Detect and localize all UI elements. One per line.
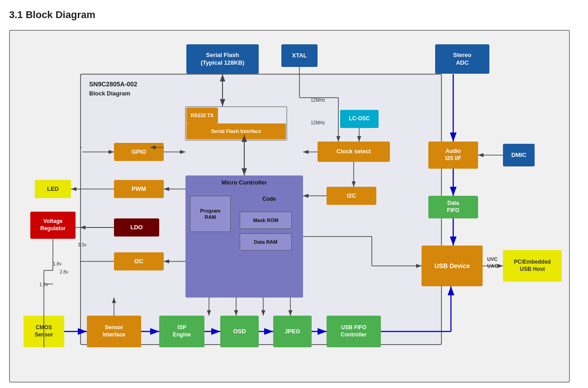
ldo-block: LDO (114, 218, 159, 237)
serial-flash-block: Serial Flash(Typical 128KB) (186, 44, 259, 74)
v28-label: 2.8v (60, 270, 68, 274)
jpeg-block: JPEG (273, 316, 312, 347)
gpio-block: GPIO (114, 143, 164, 161)
audio-i2s-block: AudioI2S I/F (428, 142, 478, 169)
rs232-tx-block: RS232 TX (186, 108, 218, 123)
i2c-top-block: I2C (327, 187, 376, 205)
led-block: LED (35, 180, 71, 198)
page-title: 3.1 Block Diagram (9, 9, 579, 21)
v33-label: 3.3v (78, 242, 86, 247)
pwm-block: PWM (114, 180, 164, 198)
freq-12mhz-top-label: 12MHz (311, 98, 325, 103)
dmic-block: DMIC (503, 144, 535, 166)
lc-osc-block: LC-OSC (340, 110, 379, 128)
uvc-uac-label: UVCUAC (487, 256, 498, 270)
micro-ctrl-block: Micro Controller ProgramRAM Code Mask RO… (185, 175, 303, 298)
i2c-bottom-block: I2C (114, 252, 164, 270)
sn-chip-label: SN9C2805A-002 Block Diagram (89, 80, 138, 98)
pc-embedded-block: PC/EmbeddedUSB Host (503, 250, 562, 282)
sensor-iface-block: SensorInterface (87, 316, 141, 347)
v12-label: 1.2v (39, 282, 48, 287)
usb-device-block: USB Device (422, 246, 483, 286)
usb-fifo-block: USB FIFOController (327, 316, 381, 347)
freq-12mhz-bot-label: 12MHz (311, 120, 325, 125)
data-fifo-block: DataFIFO (428, 196, 478, 218)
osd-block: OSD (220, 316, 259, 347)
v18-label: 1.8v (53, 261, 62, 266)
serial-flash-iface-block: Serial Flash Interface (186, 123, 286, 139)
voltage-reg-block: VoltageRegulator (30, 212, 76, 239)
clock-select-block: Clock select (318, 142, 390, 162)
xtal-block: XTAL (281, 44, 318, 67)
cmos-sensor-block: CMOSSensor (24, 316, 64, 347)
diagram-container: SN9C2805A-002 Block Diagram Serial Flash… (9, 30, 570, 383)
stereo-adc-block: StereoADC (435, 44, 489, 74)
isp-engine-block: ISPEngine (159, 316, 204, 347)
